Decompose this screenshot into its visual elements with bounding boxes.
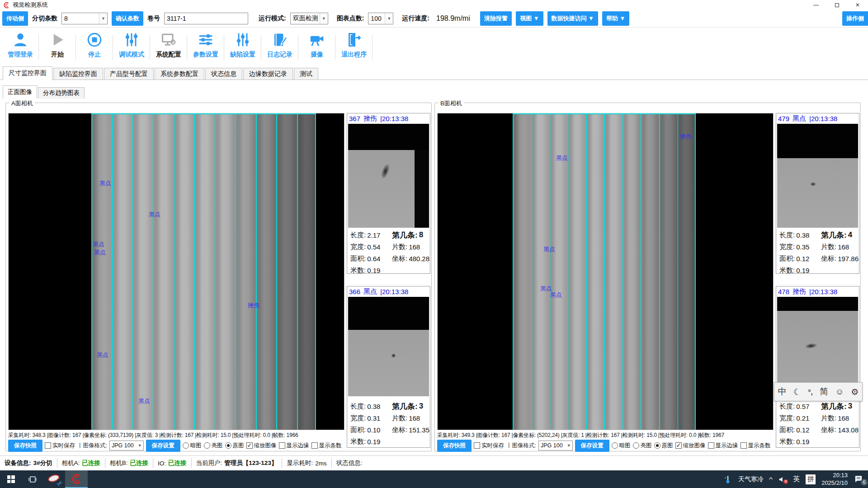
emoji-icon[interactable]: ☺ [835,387,844,397]
weather-status[interactable]: 天气寒冷 [738,475,764,483]
camera-b-status-line: 采集耗时: 349.3 |图像计数: 167 |像素坐标: (5202,24) … [437,432,774,439]
camera-capture-button[interactable]: 摄像 [298,31,335,66]
zoom-image-checkbox[interactable]: 缩放图像 [675,442,706,450]
action-center-button[interactable]: 6 [854,474,864,484]
subtab-front-image[interactable]: 正面图像 [3,85,37,99]
save-settings-button[interactable]: 保存设置 [575,440,609,452]
maximize-button[interactable] [826,0,847,10]
system-config-button[interactable]: 系统配置 [150,31,187,66]
ime-indicator[interactable]: 拼 [806,474,816,484]
icon-toolbar: 管理登录 开始 停止 调试模式 系统配置 参数设置 缺陷设置 日志记录 [0,28,868,66]
debug-mode-button[interactable]: 调试模式 [113,31,150,66]
camera-b-image[interactable]: 挫伤 黑点 黑点 黑点 黑点 [437,113,774,430]
hidden-icons-chevron[interactable]: ^ [769,476,773,483]
volume-muted-icon[interactable] [778,475,787,483]
image-format-select[interactable]: JPG 100▼ [109,441,144,450]
tab-status-info[interactable]: 状态信息 [205,68,242,80]
moon-icon[interactable]: ☾ [793,387,801,397]
defect-settings-button[interactable]: 缺陷设置 [224,31,261,66]
slice-count-select[interactable]: 8▼ [61,13,108,24]
bright-image-radio[interactable]: 亮图 [633,442,652,450]
mute-badge [783,479,788,484]
bright-image-radio[interactable]: 亮图 [204,442,223,450]
realtime-save-checkbox[interactable]: 实时保存 [474,442,504,450]
camera-a-connection: 相机A:已连接 [57,458,105,468]
subtab-trend-chart[interactable]: 分布趋势图表 [38,87,85,99]
defect-label: 黑点 [94,249,106,257]
start-button[interactable]: 开始 [39,31,76,66]
minimize-button[interactable]: — [806,0,826,10]
defect-thumbnail [777,297,858,396]
strip-region [91,113,316,430]
manage-login-button[interactable]: 管理登录 [2,31,39,66]
parameter-settings-button[interactable]: 参数设置 [187,31,224,66]
dark-image-radio[interactable]: 暗图 [183,442,202,450]
checkbox-checked-icon [246,442,253,449]
original-image-radio[interactable]: 原图 [225,442,244,450]
thermometer-icon[interactable] [723,474,732,485]
punctuation-mode-button[interactable]: °, [808,388,812,396]
panel-a-title: A面相机 [9,99,35,108]
run-speed-value: 198.9m/mi [434,14,473,23]
windows-logo-icon [7,475,15,483]
defect-label: 黑点 [99,179,111,188]
defect-detail-list: 367挫伤|20:13:38 长度:2.17 第几条:8 宽度:0.54 片数:… [347,113,430,450]
exit-program-button[interactable]: 退出程序 [335,31,373,66]
taskbar-clock[interactable]: 20:13 2025/2/10 [821,472,848,487]
save-snapshot-button[interactable]: 保存快照 [437,440,472,452]
chart-points-select[interactable]: 100▼ [368,13,393,24]
realtime-save-checkbox[interactable]: 实时保存 [45,442,75,450]
camera-a-image[interactable]: 黑点 黑点 黑点 黑点 挫伤 黑点 黑点 [8,113,344,430]
close-button[interactable]: ✕ [847,0,868,10]
input-language-indicator[interactable]: 英 [793,475,800,483]
log-record-button[interactable]: 日志记录 [261,31,298,66]
help-menu-button[interactable]: 帮助 ▼ [602,11,629,26]
tab-size-monitor[interactable]: 尺寸监控界面 [3,66,52,80]
image-format-select[interactable]: JPG 100▼ [538,441,573,450]
snipping-tool-icon [48,475,61,484]
sliders-horizontal-icon [198,31,214,48]
save-snapshot-button[interactable]: 保存快照 [8,440,42,452]
show-strips-checkbox[interactable]: 显示条数 [311,442,342,450]
defect-entry[interactable]: 367挫伤|20:13:38 长度:2.17 第几条:8 宽度:0.54 片数:… [347,113,430,274]
stop-icon [86,31,103,48]
drive-side-button[interactable]: 传动侧 [2,11,28,26]
stop-button[interactable]: 停止 [76,31,113,66]
tab-test[interactable]: 测试 [294,68,318,80]
save-settings-button[interactable]: 保存设置 [146,440,180,452]
roll-number-input[interactable] [164,13,248,24]
dark-image-radio[interactable]: 暗图 [612,442,631,450]
run-mode-select[interactable]: 双面检测▼ [290,13,328,24]
data-quick-access-menu-button[interactable]: 数据快捷访问 ▼ [547,11,598,26]
chevron-down-icon: ▼ [99,13,107,24]
charset-mode-button[interactable]: 简 [820,386,828,398]
defect-entry[interactable]: 366黑点|20:13:38 长度:0.38 第几条:3 宽度:0.31 片数:… [347,286,430,448]
original-image-radio[interactable]: 原图 [654,442,673,450]
task-view-button[interactable] [22,470,43,488]
camera-b-connection: 相机B:已连接 [105,458,153,468]
tab-system-param-config[interactable]: 系统参数配置 [155,68,204,80]
tab-product-model-config[interactable]: 产品型号配置 [104,68,154,80]
start-button[interactable] [0,470,22,488]
defect-entry[interactable]: 479黑点|20:13:38 长度:0.38 第几条:4 宽度:0.35 片数:… [776,113,859,274]
clear-alarm-button[interactable]: 清除报警 [480,11,512,26]
gear-icon[interactable]: ⚙ [851,387,859,397]
defect-label: 黑点 [93,240,104,249]
view-menu-button[interactable]: 视图 ▼ [516,11,543,26]
ime-mode-button[interactable]: 中 [778,386,787,398]
tab-edge-data-record[interactable]: 边缘数据记录 [243,68,293,80]
snipping-tool-button[interactable] [43,470,65,488]
show-edge-checkbox[interactable]: 显示边缘 [708,442,738,450]
defect-entry[interactable]: 478挫伤|20:13:38 长度:0.57 第几条:3 宽度:0.21 片数:… [776,286,859,448]
zoom-image-checkbox[interactable]: 缩放图像 [246,442,277,450]
show-edge-checkbox[interactable]: 显示边缘 [279,442,309,450]
chevron-down-icon: ▼ [566,443,572,448]
operator-side-button[interactable]: 操作侧 [842,11,868,26]
confirm-count-button[interactable]: 确认条数 [112,11,143,26]
chart-points-label: 图表点数: [337,14,364,23]
show-strips-checkbox[interactable]: 显示条数 [741,442,771,450]
checkbox-icon [45,442,51,449]
taskbar-app-vision-system[interactable] [65,470,88,488]
tab-defect-monitor[interactable]: 缺陷监控界面 [53,68,103,80]
camera-a-controls: 保存快照 实时保存 丨图像格式: JPG 100▼ 保存设置 暗图 亮图 原图 … [8,440,345,451]
